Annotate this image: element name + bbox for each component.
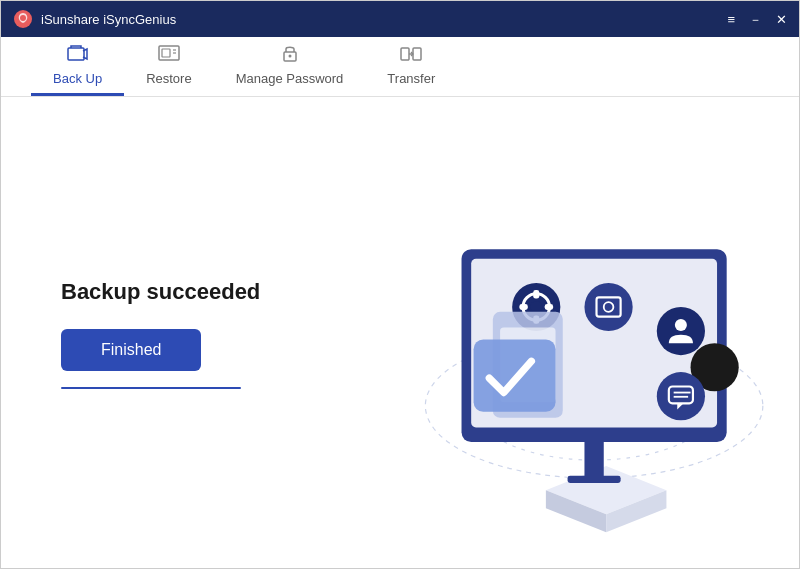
svg-rect-9 xyxy=(401,48,409,60)
success-title: Backup succeeded xyxy=(61,279,341,305)
svg-point-22 xyxy=(530,301,542,313)
svg-point-1 xyxy=(20,15,26,21)
password-icon xyxy=(279,44,301,67)
backup-icon xyxy=(67,44,89,67)
finished-button[interactable]: Finished xyxy=(61,329,201,371)
nav-bar: Back Up Restore Manage Password xyxy=(1,37,799,97)
svg-point-31 xyxy=(675,319,687,331)
svg-rect-10 xyxy=(413,48,421,60)
tab-restore[interactable]: Restore xyxy=(124,37,214,96)
svg-rect-4 xyxy=(162,49,170,57)
svg-rect-17 xyxy=(568,476,621,483)
svg-rect-26 xyxy=(545,304,553,310)
window-controls: ≡ － ✕ xyxy=(727,13,787,26)
menu-btn[interactable]: ≡ xyxy=(727,13,735,26)
tab-backup-label: Back Up xyxy=(53,71,102,86)
svg-point-27 xyxy=(584,283,632,331)
svg-rect-2 xyxy=(68,48,84,60)
tab-manage-password-label: Manage Password xyxy=(236,71,344,86)
divider xyxy=(61,387,241,389)
svg-point-8 xyxy=(288,55,291,58)
svg-rect-16 xyxy=(584,436,603,478)
svg-rect-23 xyxy=(533,290,539,298)
restore-icon xyxy=(158,44,180,67)
tab-restore-label: Restore xyxy=(146,71,192,86)
left-panel: Backup succeeded Finished xyxy=(1,279,341,389)
app-title: iSunshare iSyncGenius xyxy=(41,12,727,27)
illustration xyxy=(341,97,799,569)
svg-rect-25 xyxy=(519,304,527,310)
transfer-icon xyxy=(400,44,422,67)
tab-manage-password[interactable]: Manage Password xyxy=(214,37,366,96)
right-panel xyxy=(341,97,799,569)
app-logo-icon xyxy=(13,9,33,29)
tab-backup[interactable]: Back Up xyxy=(31,37,124,96)
minimize-btn[interactable]: － xyxy=(749,13,762,26)
tab-transfer[interactable]: Transfer xyxy=(365,37,457,96)
main-content: Backup succeeded Finished xyxy=(1,97,799,569)
title-bar: iSunshare iSyncGenius ≡ － ✕ xyxy=(1,1,799,37)
close-btn[interactable]: ✕ xyxy=(776,13,787,26)
tab-transfer-label: Transfer xyxy=(387,71,435,86)
